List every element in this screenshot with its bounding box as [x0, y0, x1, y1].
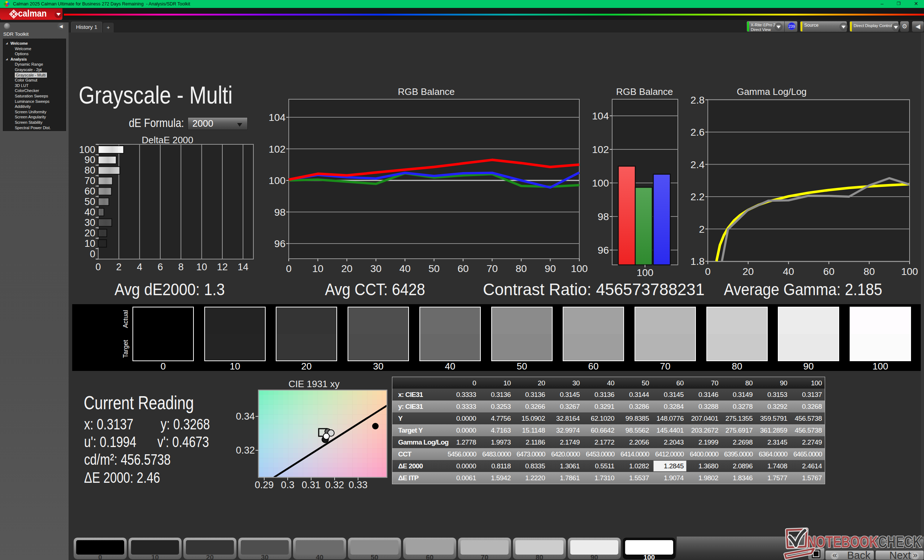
svg-text:1.8: 1.8 — [690, 256, 705, 267]
svg-text:6: 6 — [158, 262, 163, 273]
svg-text:100: 100 — [79, 144, 95, 155]
svg-text:30: 30 — [370, 263, 381, 274]
svg-text:100: 100 — [901, 266, 918, 277]
svg-text:20: 20 — [341, 263, 352, 274]
svg-text:104: 104 — [592, 111, 609, 121]
svg-text:12: 12 — [217, 262, 228, 273]
svg-text:70: 70 — [84, 175, 95, 186]
svg-text:40: 40 — [783, 266, 794, 277]
svg-text:10: 10 — [196, 262, 207, 273]
svg-text:0.3: 0.3 — [281, 479, 294, 489]
svg-text:10: 10 — [84, 238, 95, 249]
svg-text:0.34: 0.34 — [236, 411, 255, 422]
svg-text:100: 100 — [592, 178, 609, 189]
svg-text:80: 80 — [84, 165, 95, 176]
svg-text:40: 40 — [84, 207, 95, 217]
svg-text:96: 96 — [598, 245, 609, 256]
svg-text:0.29: 0.29 — [255, 479, 274, 489]
svg-text:Gamma Log/Log: Gamma Log/Log — [736, 88, 807, 97]
svg-text:0: 0 — [286, 263, 292, 274]
svg-text:60: 60 — [457, 263, 468, 274]
svg-text:104: 104 — [268, 112, 285, 123]
svg-text:90: 90 — [84, 154, 95, 165]
svg-text:DeltaE 2000: DeltaE 2000 — [141, 135, 193, 145]
svg-text:102: 102 — [268, 144, 285, 155]
svg-text:0: 0 — [90, 249, 95, 259]
svg-text:100: 100 — [268, 175, 285, 186]
svg-text:102: 102 — [592, 144, 609, 155]
svg-text:96: 96 — [274, 238, 285, 249]
svg-text:98: 98 — [274, 207, 285, 218]
svg-text:80: 80 — [515, 263, 526, 274]
svg-text:2.2: 2.2 — [690, 191, 705, 202]
svg-text:0.33: 0.33 — [349, 479, 368, 489]
svg-text:0.32: 0.32 — [236, 445, 255, 456]
svg-text:0: 0 — [705, 266, 711, 277]
svg-text:80: 80 — [864, 266, 875, 277]
svg-text:NOTEBOOK: NOTEBOOK — [807, 533, 878, 551]
svg-text:2.6: 2.6 — [690, 127, 705, 138]
svg-text:0: 0 — [95, 262, 101, 273]
svg-text:0.32: 0.32 — [325, 479, 344, 489]
svg-text:CHECK: CHECK — [878, 533, 921, 551]
svg-text:50: 50 — [84, 196, 95, 207]
svg-text:RGB Balance: RGB Balance — [616, 88, 673, 97]
svg-text:20: 20 — [84, 228, 95, 238]
svg-text:40: 40 — [399, 263, 410, 274]
svg-text:60: 60 — [84, 186, 95, 197]
svg-text:70: 70 — [486, 263, 498, 274]
svg-text:14: 14 — [237, 262, 248, 273]
svg-text:8: 8 — [178, 262, 184, 273]
svg-text:0.31: 0.31 — [302, 479, 321, 489]
svg-text:100: 100 — [637, 267, 654, 278]
svg-text:98: 98 — [598, 211, 609, 222]
svg-text:2: 2 — [699, 224, 705, 235]
svg-text:2.8: 2.8 — [690, 94, 705, 106]
svg-text:4: 4 — [137, 262, 142, 273]
svg-text:50: 50 — [428, 263, 440, 274]
svg-text:RGB Balance: RGB Balance — [398, 88, 455, 97]
svg-text:30: 30 — [84, 217, 95, 228]
svg-text:2: 2 — [116, 262, 122, 273]
svg-text:CIE 1931 xy: CIE 1931 xy — [288, 379, 340, 389]
svg-text:10: 10 — [312, 263, 323, 274]
svg-text:2.4: 2.4 — [690, 159, 705, 170]
svg-text:20: 20 — [742, 266, 754, 277]
svg-text:60: 60 — [823, 266, 834, 277]
svg-text:90: 90 — [544, 263, 556, 274]
